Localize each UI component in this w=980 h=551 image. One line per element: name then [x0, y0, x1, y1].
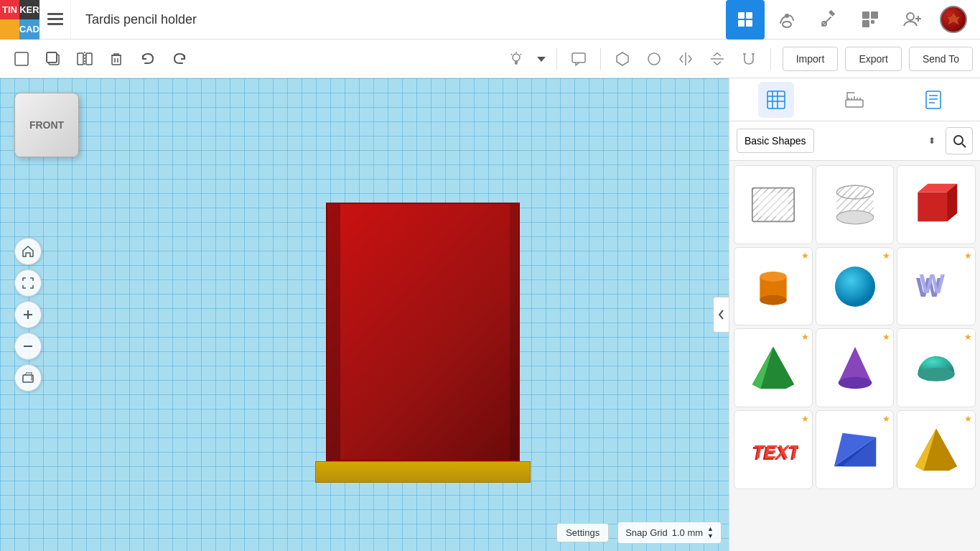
shape-sphere[interactable]: ★ — [816, 247, 895, 326]
dropdown-button[interactable] — [533, 45, 549, 73]
grid-view-button[interactable] — [726, 0, 765, 40]
blocks-button[interactable] — [851, 0, 890, 40]
svg-rect-23 — [78, 53, 83, 65]
shape-half-sphere[interactable]: ★ — [897, 328, 976, 407]
shape-wedge-blue[interactable]: ★ — [816, 410, 895, 489]
tardis-right-edge — [510, 204, 518, 460]
shape-cone-purple[interactable]: ★ — [816, 328, 895, 407]
perspective-button[interactable] — [14, 364, 42, 392]
import-button[interactable]: Import — [783, 47, 839, 71]
tab-grid[interactable] — [758, 82, 794, 118]
mirror-h-button[interactable] — [671, 45, 700, 73]
shape-pyramid-yellow[interactable]: ★ — [897, 410, 976, 489]
svg-rect-56 — [926, 91, 941, 108]
toolbar-sep-3 — [770, 48, 771, 70]
delete-button[interactable] — [102, 45, 131, 73]
zoom-in-button[interactable] — [14, 301, 42, 328]
light-button[interactable] — [502, 45, 531, 73]
logo-ker: KER — [19, 0, 39, 19]
viewport[interactable]: FRONT — [0, 78, 729, 551]
right-panel: Basic Shapes ⬍ — [729, 78, 980, 551]
community-button[interactable] — [767, 0, 806, 40]
project-title: Tardis pencil holder — [71, 12, 726, 27]
shape-selector: Basic Shapes ⬍ — [729, 121, 980, 161]
toolbar-sep-2 — [600, 48, 601, 70]
half-sphere-star: ★ — [964, 332, 972, 342]
main: FRONT — [0, 78, 980, 551]
svg-point-75 — [760, 295, 786, 305]
mirror-button[interactable] — [70, 45, 99, 73]
redo-button[interactable] — [165, 45, 194, 73]
left-controls — [14, 238, 42, 392]
svg-point-76 — [834, 267, 874, 307]
hexagon-button[interactable] — [608, 45, 637, 73]
svg-point-8 — [785, 14, 789, 18]
fit-view-button[interactable] — [14, 269, 42, 297]
mirror-v-button[interactable] — [703, 45, 732, 73]
svg-text:W: W — [920, 269, 946, 299]
app-menu-button[interactable] — [39, 0, 71, 40]
snap-stepper[interactable]: ▲ ▼ — [707, 526, 714, 540]
svg-rect-15 — [871, 20, 874, 24]
svg-marker-35 — [617, 52, 628, 65]
shape-dropdown[interactable]: Basic Shapes — [737, 129, 814, 153]
svg-rect-45 — [767, 91, 785, 108]
shape-solid-box[interactable] — [897, 165, 976, 244]
svg-rect-70 — [918, 192, 948, 221]
svg-line-31 — [521, 54, 521, 55]
snap-control: Snap Grid 1.0 mm ▲ ▼ — [617, 522, 722, 544]
duplicate-button[interactable] — [39, 45, 67, 73]
shape-text3d[interactable]: ★ W W — [897, 247, 976, 326]
shape-cylinder[interactable]: ★ — [734, 247, 813, 326]
header: TIN KER CAD Tardis pencil holder — [0, 0, 980, 40]
collapse-panel-button[interactable] — [713, 297, 729, 333]
bottom-bar: Settings Snap Grid 1.0 mm ▲ ▼ — [556, 522, 722, 544]
zoom-out-button[interactable] — [14, 333, 42, 360]
tab-notes[interactable] — [915, 82, 951, 118]
svg-rect-4 — [746, 12, 752, 19]
shape-search-button[interactable] — [946, 127, 973, 154]
tardis-body — [326, 203, 520, 461]
svg-text:TEXT: TEXT — [753, 442, 798, 462]
tab-ruler[interactable] — [836, 82, 872, 118]
svg-point-16 — [907, 13, 914, 20]
svg-rect-5 — [738, 20, 745, 27]
svg-point-83 — [838, 377, 872, 389]
svg-point-84 — [918, 368, 955, 381]
svg-point-29 — [513, 54, 520, 61]
text3d-star: ★ — [964, 251, 972, 261]
svg-rect-12 — [862, 11, 869, 19]
shape-dropdown-wrapper: Basic Shapes ⬍ — [737, 129, 941, 153]
svg-rect-0 — [47, 13, 63, 15]
panel-tabs — [729, 78, 980, 121]
svg-point-68 — [836, 210, 873, 224]
export-button[interactable]: Export — [845, 47, 901, 71]
shape-hole-box[interactable] — [734, 165, 813, 244]
undo-button[interactable] — [134, 45, 162, 73]
shape-hole-cylinder[interactable] — [816, 165, 895, 244]
new-shape-button[interactable] — [7, 45, 36, 73]
build-button[interactable] — [809, 0, 848, 40]
svg-rect-64 — [758, 193, 788, 217]
add-user-button[interactable] — [892, 0, 931, 40]
pyramid-star: ★ — [801, 332, 809, 342]
send-to-button[interactable]: Send To — [909, 47, 973, 71]
settings-button[interactable]: Settings — [556, 523, 609, 542]
shape-text-red[interactable]: ★ TEXT TEXT — [734, 410, 813, 489]
cylinder-star: ★ — [801, 251, 809, 261]
comment-button[interactable] — [564, 45, 593, 73]
avatar-button[interactable] — [934, 0, 973, 40]
svg-rect-19 — [15, 52, 28, 65]
svg-rect-26 — [112, 55, 121, 65]
home-button[interactable] — [14, 238, 42, 265]
view-cube[interactable]: FRONT — [14, 93, 79, 157]
magnet-button[interactable] — [734, 45, 763, 73]
shape-pyramid-green[interactable]: ★ — [734, 328, 813, 407]
tardis-model — [326, 203, 520, 483]
toolbar: Import Export Send To — [0, 40, 980, 78]
circle-button[interactable] — [640, 45, 668, 73]
svg-rect-1 — [47, 18, 63, 20]
header-right-icons — [726, 0, 980, 40]
svg-point-7 — [783, 22, 791, 27]
snap-label: Snap Grid — [625, 527, 668, 538]
